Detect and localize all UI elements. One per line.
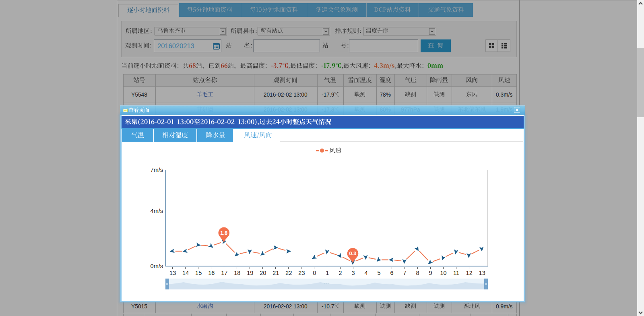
svg-text:0.3: 0.3 xyxy=(349,250,356,256)
svg-text:1.8: 1.8 xyxy=(220,230,227,236)
